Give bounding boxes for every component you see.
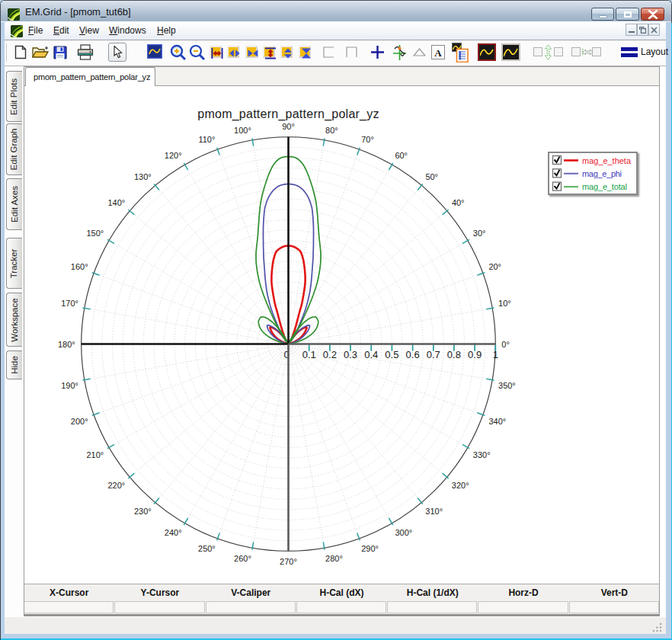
svg-text:120°: 120°: [165, 151, 182, 160]
svg-text:0.2: 0.2: [323, 349, 337, 360]
svg-text:310°: 310°: [425, 507, 443, 516]
svg-text:340°: 340°: [488, 417, 506, 426]
svg-text:180°: 180°: [58, 340, 75, 349]
svg-text:0°: 0°: [501, 340, 510, 349]
svg-text:260°: 260°: [234, 554, 251, 563]
svg-text:240°: 240°: [165, 528, 182, 537]
svg-text:10°: 10°: [498, 299, 511, 308]
svg-text:60°: 60°: [395, 151, 408, 160]
svg-text:0.9: 0.9: [468, 349, 482, 360]
svg-text:80°: 80°: [325, 126, 338, 135]
svg-text:150°: 150°: [86, 229, 104, 238]
svg-text:pmom_pattern_pattern_polar_yz: pmom_pattern_pattern_polar_yz: [197, 107, 379, 121]
svg-text:130°: 130°: [134, 172, 152, 181]
svg-text:300°: 300°: [395, 528, 412, 537]
svg-text:250°: 250°: [198, 544, 216, 553]
svg-text:1: 1: [493, 349, 498, 360]
svg-text:40°: 40°: [452, 198, 465, 207]
svg-text:190°: 190°: [61, 381, 78, 390]
svg-text:100°: 100°: [234, 126, 251, 135]
svg-text:mag_e_total: mag_e_total: [582, 182, 627, 191]
svg-text:0.8: 0.8: [447, 349, 461, 360]
svg-text:0.6: 0.6: [406, 349, 420, 360]
svg-text:20°: 20°: [488, 262, 501, 271]
svg-text:270°: 270°: [280, 557, 297, 566]
svg-text:0.4: 0.4: [364, 349, 378, 360]
svg-text:330°: 330°: [473, 450, 491, 459]
svg-text:mag_e_phi: mag_e_phi: [582, 169, 622, 178]
svg-text:230°: 230°: [134, 507, 152, 516]
svg-text:0.1: 0.1: [302, 349, 316, 360]
svg-text:160°: 160°: [71, 262, 88, 271]
svg-text:0.3: 0.3: [344, 349, 357, 360]
svg-text:30°: 30°: [473, 229, 486, 238]
svg-text:110°: 110°: [198, 135, 215, 144]
svg-text:350°: 350°: [498, 381, 516, 390]
svg-text:220°: 220°: [107, 481, 125, 490]
svg-text:170°: 170°: [61, 299, 78, 308]
svg-text:210°: 210°: [86, 450, 104, 459]
svg-text:0.5: 0.5: [385, 349, 398, 360]
svg-text:290°: 290°: [361, 544, 379, 553]
svg-text:90°: 90°: [282, 122, 295, 131]
svg-text:320°: 320°: [452, 481, 469, 490]
svg-text:140°: 140°: [107, 198, 125, 207]
svg-text:70°: 70°: [361, 135, 374, 144]
svg-text:200°: 200°: [71, 417, 88, 426]
svg-text:0.7: 0.7: [427, 349, 440, 360]
svg-text:50°: 50°: [425, 172, 438, 181]
svg-text:mag_e_theta: mag_e_theta: [582, 156, 632, 165]
svg-text:280°: 280°: [325, 554, 343, 563]
